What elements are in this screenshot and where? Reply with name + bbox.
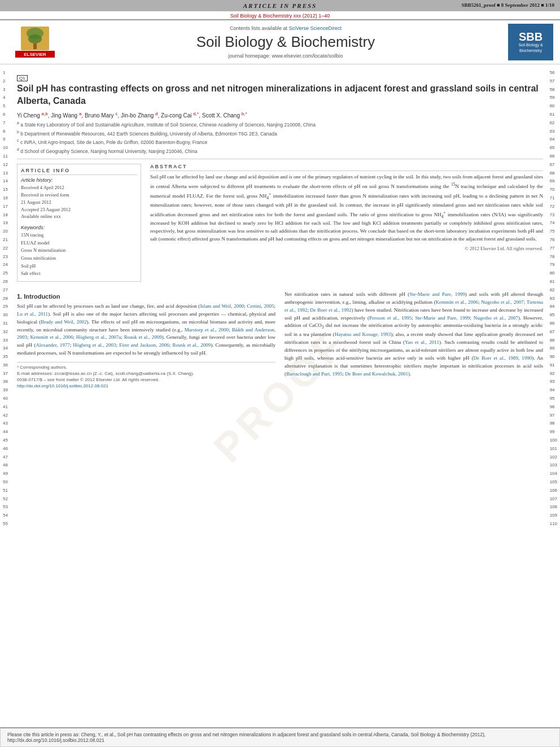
keyword-5: Soil pH	[21, 263, 137, 270]
keyword-3: Gross N mineralization	[21, 247, 137, 255]
line-numbers-left: 12345 678910 1112131415 1617181920 21222…	[3, 69, 8, 528]
keyword-4: Gross nitrification	[21, 255, 137, 263]
journal-homepage: journal homepage: www.elsevier.com/locat…	[63, 53, 508, 59]
introduction-heading: 1. Introduction	[17, 293, 275, 300]
svg-text:ELSEVIER: ELSEVIER	[24, 52, 46, 57]
banner-label: ARTICLE IN PRESS	[243, 2, 317, 9]
bottom-notice-text: Please cite this article in press as: Ch…	[7, 732, 485, 743]
intro-col2-text: Net nitrification rates in natural soils…	[285, 291, 543, 378]
abstract-column: ABSTRACT Soil pH can be affected by land…	[150, 164, 543, 286]
copyright-line: © 2012 Elsevier Ltd. All rights reserved…	[150, 246, 543, 251]
authors-line: Yi Cheng a,b, Jing Wang a, Bruno Mary c,…	[17, 111, 543, 119]
elsevier-tree-logo: ELSEVIER	[15, 27, 55, 58]
svg-rect-5	[33, 43, 37, 49]
footnotes-block: * Corresponding authors. E-mail addresse…	[17, 362, 275, 388]
intro-col1-text: Soil pH can be affected by processes suc…	[17, 303, 275, 358]
proof-meta: SBB5261_proof ■ 8 September 2012 ■ 1/10	[461, 2, 554, 8]
article-title-block: Q1 Soil pH has contrasting effects on gr…	[17, 69, 543, 159]
journal-header-center: Contents lists available at SciVerse Sci…	[63, 25, 508, 59]
keywords-title: Keywords:	[21, 225, 137, 230]
keyword-2: FLUAZ model	[21, 239, 137, 247]
journal-title: Soil Biology & Biochemistry	[63, 33, 508, 51]
affil-b: b b Department of Renewable Resources, 4…	[17, 129, 543, 138]
footnote-corresponding: * Corresponding authors.	[17, 365, 275, 370]
svg-point-4	[28, 34, 42, 43]
received-date: Received 4 April 2012	[21, 184, 137, 191]
footnote-doi[interactable]: http://dx.doi.org/10.1016/j.soilbio.2012…	[17, 383, 275, 388]
article-info-abstract-section: ARTICLE INFO Article history: Received 4…	[17, 164, 543, 286]
journal-ref-text: Soil Biology & Biochemistry xxx (2012) 1…	[230, 13, 330, 19]
sbb-acronym: SBB	[519, 31, 542, 42]
article-info-column: ARTICLE INFO Article history: Received 4…	[17, 164, 141, 286]
footnote-license: 0038-0717/$ – see front matter © 2012 El…	[17, 377, 275, 382]
bottom-notice: Please cite this article in press as: Ch…	[0, 727, 560, 747]
affil-c: c c INRA, Unit Agro-Impact, Site de Laon…	[17, 138, 543, 146]
journal-header: ELSEVIER Contents lists available at Sci…	[0, 19, 560, 64]
abstract-label: ABSTRACT	[150, 164, 543, 171]
revised-date: Received in revised form21 August 2012	[21, 191, 137, 206]
main-content: PROOF 12345 678910 1112131415 1617181920…	[0, 64, 560, 727]
history-title: Article history:	[21, 177, 137, 183]
line-numbers-right: 5657585960 6162636465 6667686970 7172737…	[550, 69, 557, 528]
keywords-list: 15N tracing FLUAZ model Gross N minerali…	[21, 231, 137, 278]
top-bar-container: ARTICLE IN PRESS SBB5261_proof ■ 8 Septe…	[0, 0, 560, 11]
affiliations: a a State Key Laboratory of Soil and Sus…	[17, 120, 543, 155]
affil-d: d d School of Geography Science, Nanjing…	[17, 147, 543, 155]
article-title: Soil pH has contrasting effects on gross…	[17, 82, 543, 108]
journal-ref-line: Soil Biology & Biochemistry xxx (2012) 1…	[0, 11, 560, 19]
abstract-box: ABSTRACT Soil pH can be affected by land…	[150, 164, 543, 251]
affil-a: a a State Key Laboratory of Soil and Sus…	[17, 120, 543, 129]
article-info-label: ARTICLE INFO	[21, 168, 137, 175]
keyword-1: 15N tracing	[21, 231, 137, 239]
available-online: Available online xxx	[21, 213, 137, 220]
abstract-text: Soil pH can be affected by land use chan…	[150, 173, 543, 243]
elsevier-logo-block: ELSEVIER	[7, 27, 63, 58]
page: ARTICLE IN PRESS SBB5261_proof ■ 8 Septe…	[0, 0, 560, 747]
sbb-logo: SBB Soil Biology &Biochemistry	[508, 24, 553, 60]
article-info-box: ARTICLE INFO Article history: Received 4…	[17, 164, 141, 281]
body-col-left: 1. Introduction Soil pH can be affected …	[17, 291, 275, 390]
article-in-press-banner: ARTICLE IN PRESS SBB5261_proof ■ 8 Septe…	[0, 0, 560, 11]
q1-marker: Q1	[17, 75, 28, 81]
footnote-email: E-mail addresses: zccai@issas.ac.cn (Z.-…	[17, 371, 275, 376]
body-two-col: 1. Introduction Soil pH can be affected …	[17, 291, 543, 390]
footnote-doi-link[interactable]: http://dx.doi.org/10.1016/j.soilbio.2012…	[17, 383, 108, 388]
sbb-full-name: Soil Biology &Biochemistry	[518, 42, 542, 53]
accepted-date: Accepted 23 August 2012	[21, 206, 137, 213]
body-col-right: Net nitrification rates in natural soils…	[285, 291, 543, 390]
keyword-6: Salt effect	[21, 270, 137, 278]
contents-line: Contents lists available at SciVerse Sci…	[63, 25, 508, 31]
sciverse-link[interactable]: SciVerse ScienceDirect	[289, 25, 342, 31]
